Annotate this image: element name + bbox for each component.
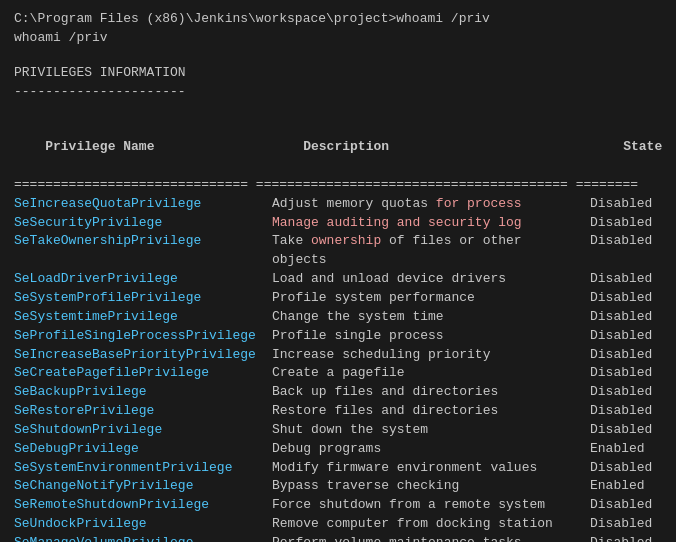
privilege-desc: Modify firmware environment values bbox=[272, 459, 582, 478]
table-row: SeManageVolumePrivilegePerform volume ma… bbox=[14, 534, 662, 542]
terminal-window: C:\Program Files (x86)\Jenkins\workspace… bbox=[14, 10, 662, 542]
privilege-name: SeManageVolumePrivilege bbox=[14, 534, 272, 542]
command-echo: whoami /priv bbox=[14, 29, 662, 48]
privilege-desc: Shut down the system bbox=[272, 421, 582, 440]
privilege-desc: Create a pagefile bbox=[272, 364, 582, 383]
privilege-state: Disabled bbox=[582, 214, 662, 233]
privilege-desc: Remove computer from docking station bbox=[272, 515, 582, 534]
header-text: PRIVILEGES INFORMATION bbox=[14, 64, 662, 83]
table-row: SeProfileSingleProcessPrivilegeProfile s… bbox=[14, 327, 662, 346]
privilege-desc: Back up files and directories bbox=[272, 383, 582, 402]
table-row: SeTakeOwnershipPrivilegeTake ownership o… bbox=[14, 232, 662, 270]
privilege-state: Disabled bbox=[582, 402, 662, 421]
table-row: SeSystemtimePrivilegeChange the system t… bbox=[14, 308, 662, 327]
table-row: SeIncreaseBasePriorityPrivilegeIncrease … bbox=[14, 346, 662, 365]
privilege-desc: Adjust memory quotas for process bbox=[272, 195, 582, 214]
privilege-desc: Perform volume maintenance tasks bbox=[272, 534, 582, 542]
table-row: SeSecurityPrivilegeManage auditing and s… bbox=[14, 214, 662, 233]
privilege-state: Disabled bbox=[582, 270, 662, 289]
table-row: SeLoadDriverPrivilegeLoad and unload dev… bbox=[14, 270, 662, 289]
privilege-state: Disabled bbox=[582, 232, 662, 270]
privilege-name: SeRemoteShutdownPrivilege bbox=[14, 496, 272, 515]
col-name-header: Privilege Name bbox=[45, 138, 303, 157]
divider: ---------------------- bbox=[14, 83, 662, 102]
privilege-name: SeLoadDriverPrivilege bbox=[14, 270, 272, 289]
privilege-state: Disabled bbox=[582, 515, 662, 534]
column-headers: Privilege NameDescriptionState bbox=[14, 119, 662, 176]
privilege-desc: Change the system time bbox=[272, 308, 582, 327]
privilege-state: Disabled bbox=[582, 289, 662, 308]
prompt-line: C:\Program Files (x86)\Jenkins\workspace… bbox=[14, 10, 662, 29]
privilege-name: SeCreatePagefilePrivilege bbox=[14, 364, 272, 383]
privilege-name: SeBackupPrivilege bbox=[14, 383, 272, 402]
privilege-state: Disabled bbox=[582, 364, 662, 383]
privilege-state: Disabled bbox=[582, 346, 662, 365]
privilege-desc: Debug programs bbox=[272, 440, 582, 459]
privilege-state: Disabled bbox=[582, 383, 662, 402]
privilege-state: Enabled bbox=[582, 440, 662, 459]
privilege-desc: Profile single process bbox=[272, 327, 582, 346]
privilege-name: SeIncreaseQuotaPrivilege bbox=[14, 195, 272, 214]
blank-2 bbox=[14, 101, 662, 111]
privilege-state: Disabled bbox=[582, 308, 662, 327]
privilege-state: Disabled bbox=[582, 327, 662, 346]
privilege-name: SeSystemtimePrivilege bbox=[14, 308, 272, 327]
privilege-name: SeSystemProfilePrivilege bbox=[14, 289, 272, 308]
table-row: SeIncreaseQuotaPrivilegeAdjust memory qu… bbox=[14, 195, 662, 214]
table-row: SeRestorePrivilegeRestore files and dire… bbox=[14, 402, 662, 421]
table-row: SeDebugPrivilegeDebug programsEnabled bbox=[14, 440, 662, 459]
privilege-desc: Manage auditing and security log bbox=[272, 214, 582, 233]
privilege-state: Disabled bbox=[582, 496, 662, 515]
equals-divider: ============================== =========… bbox=[14, 176, 662, 195]
privilege-desc: Bypass traverse checking bbox=[272, 477, 582, 496]
privilege-desc: Take ownership of files or other objects bbox=[272, 232, 582, 270]
privilege-desc: Restore files and directories bbox=[272, 402, 582, 421]
privilege-state: Disabled bbox=[582, 459, 662, 478]
privilege-name: SeUndockPrivilege bbox=[14, 515, 272, 534]
privilege-state: Disabled bbox=[582, 195, 662, 214]
table-row: SeBackupPrivilegeBack up files and direc… bbox=[14, 383, 662, 402]
privilege-name: SeIncreaseBasePriorityPrivilege bbox=[14, 346, 272, 365]
privilege-desc: Force shutdown from a remote system bbox=[272, 496, 582, 515]
privilege-state: Disabled bbox=[582, 421, 662, 440]
col-state-header: State bbox=[623, 139, 662, 154]
privilege-desc: Increase scheduling priority bbox=[272, 346, 582, 365]
privilege-name: SeShutdownPrivilege bbox=[14, 421, 272, 440]
privilege-name: SeSystemEnvironmentPrivilege bbox=[14, 459, 272, 478]
table-row: SeShutdownPrivilegeShut down the systemD… bbox=[14, 421, 662, 440]
col-desc-header: Description bbox=[303, 138, 623, 157]
privilege-state: Enabled bbox=[582, 477, 662, 496]
table-row: SeCreatePagefilePrivilegeCreate a pagefi… bbox=[14, 364, 662, 383]
blank-1 bbox=[14, 48, 662, 58]
privilege-name: SeRestorePrivilege bbox=[14, 402, 272, 421]
privilege-desc: Profile system performance bbox=[272, 289, 582, 308]
privilege-desc: Load and unload device drivers bbox=[272, 270, 582, 289]
privilege-name: SeProfileSingleProcessPrivilege bbox=[14, 327, 272, 346]
table-row: SeRemoteShutdownPrivilegeForce shutdown … bbox=[14, 496, 662, 515]
privilege-name: SeTakeOwnershipPrivilege bbox=[14, 232, 272, 270]
privilege-name: SeDebugPrivilege bbox=[14, 440, 272, 459]
table-row: SeUndockPrivilegeRemove computer from do… bbox=[14, 515, 662, 534]
privilege-name: SeSecurityPrivilege bbox=[14, 214, 272, 233]
privilege-name: SeChangeNotifyPrivilege bbox=[14, 477, 272, 496]
table-row: SeSystemEnvironmentPrivilegeModify firmw… bbox=[14, 459, 662, 478]
table-row: SeSystemProfilePrivilegeProfile system p… bbox=[14, 289, 662, 308]
table-row: SeChangeNotifyPrivilegeBypass traverse c… bbox=[14, 477, 662, 496]
privileges-table: SeIncreaseQuotaPrivilegeAdjust memory qu… bbox=[14, 195, 662, 542]
privilege-state: Disabled bbox=[582, 534, 662, 542]
